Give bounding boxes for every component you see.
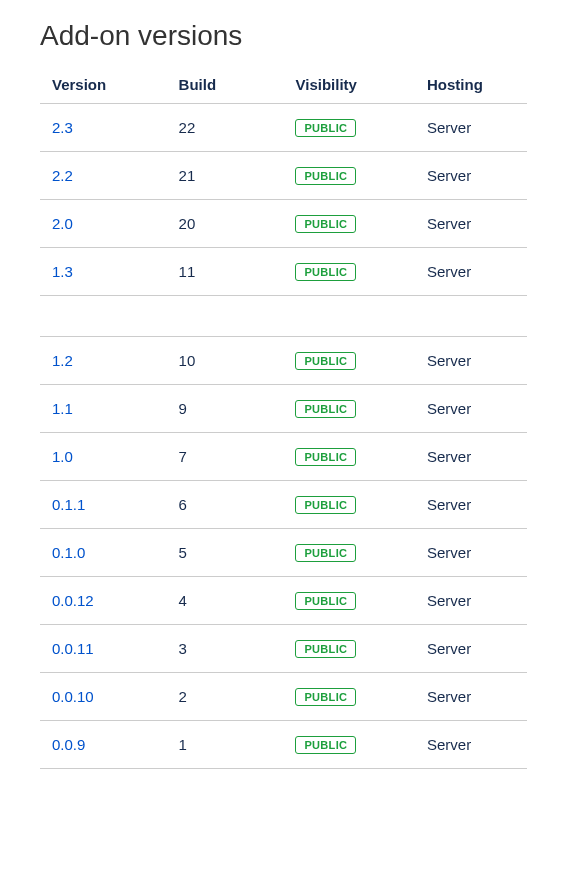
table-row: 0.1.16PUBLICServer xyxy=(40,480,527,528)
version-link[interactable]: 1.1 xyxy=(52,400,73,417)
header-build: Build xyxy=(167,68,284,104)
versions-table: Version Build Visibility Hosting 2.322PU… xyxy=(40,68,527,769)
visibility-badge: PUBLIC xyxy=(295,640,356,658)
visibility-badge: PUBLIC xyxy=(295,215,356,233)
hosting-cell: Server xyxy=(415,248,527,296)
hosting-cell: Server xyxy=(415,104,527,152)
version-link[interactable]: 0.1.1 xyxy=(52,496,85,513)
build-cell: 2 xyxy=(167,672,284,720)
version-link[interactable]: 1.0 xyxy=(52,448,73,465)
visibility-badge: PUBLIC xyxy=(295,352,356,370)
build-cell: 10 xyxy=(167,336,284,384)
table-row: 1.210PUBLICServer xyxy=(40,336,527,384)
build-cell: 1 xyxy=(167,720,284,768)
version-link[interactable]: 1.3 xyxy=(52,263,73,280)
build-cell: 6 xyxy=(167,480,284,528)
build-cell: 4 xyxy=(167,576,284,624)
table-row: 0.0.124PUBLICServer xyxy=(40,576,527,624)
version-link[interactable]: 1.2 xyxy=(52,352,73,369)
table-row: 1.19PUBLICServer xyxy=(40,384,527,432)
table-row: 1.07PUBLICServer xyxy=(40,432,527,480)
build-cell: 22 xyxy=(167,104,284,152)
build-cell: 21 xyxy=(167,152,284,200)
table-row: 0.1.05PUBLICServer xyxy=(40,528,527,576)
version-link[interactable]: 2.0 xyxy=(52,215,73,232)
hosting-cell: Server xyxy=(415,432,527,480)
table-row: 0.0.113PUBLICServer xyxy=(40,624,527,672)
hosting-cell: Server xyxy=(415,528,527,576)
visibility-badge: PUBLIC xyxy=(295,400,356,418)
table-header-row: Version Build Visibility Hosting xyxy=(40,68,527,104)
visibility-badge: PUBLIC xyxy=(295,119,356,137)
table-row: 2.020PUBLICServer xyxy=(40,200,527,248)
hosting-cell: Server xyxy=(415,480,527,528)
table-row: 0.0.102PUBLICServer xyxy=(40,672,527,720)
hosting-cell: Server xyxy=(415,576,527,624)
build-cell: 3 xyxy=(167,624,284,672)
version-link[interactable]: 0.0.10 xyxy=(52,688,94,705)
build-cell: 11 xyxy=(167,248,284,296)
build-cell: 20 xyxy=(167,200,284,248)
header-version: Version xyxy=(40,68,167,104)
table-row: 0.0.91PUBLICServer xyxy=(40,720,527,768)
hosting-cell: Server xyxy=(415,384,527,432)
hosting-cell: Server xyxy=(415,200,527,248)
visibility-badge: PUBLIC xyxy=(295,688,356,706)
hosting-cell: Server xyxy=(415,672,527,720)
table-row: 2.221PUBLICServer xyxy=(40,152,527,200)
visibility-badge: PUBLIC xyxy=(295,736,356,754)
group-gap xyxy=(40,296,527,336)
build-cell: 5 xyxy=(167,528,284,576)
hosting-cell: Server xyxy=(415,720,527,768)
version-link[interactable]: 0.0.12 xyxy=(52,592,94,609)
hosting-cell: Server xyxy=(415,336,527,384)
page-title: Add-on versions xyxy=(40,20,527,52)
hosting-cell: Server xyxy=(415,152,527,200)
visibility-badge: PUBLIC xyxy=(295,496,356,514)
table-row: 2.322PUBLICServer xyxy=(40,104,527,152)
version-link[interactable]: 0.0.11 xyxy=(52,640,94,657)
visibility-badge: PUBLIC xyxy=(295,263,356,281)
visibility-badge: PUBLIC xyxy=(295,592,356,610)
version-link[interactable]: 0.1.0 xyxy=(52,544,85,561)
version-link[interactable]: 2.2 xyxy=(52,167,73,184)
visibility-badge: PUBLIC xyxy=(295,167,356,185)
version-link[interactable]: 2.3 xyxy=(52,119,73,136)
header-visibility: Visibility xyxy=(283,68,414,104)
header-hosting: Hosting xyxy=(415,68,527,104)
build-cell: 9 xyxy=(167,384,284,432)
visibility-badge: PUBLIC xyxy=(295,448,356,466)
hosting-cell: Server xyxy=(415,624,527,672)
table-row: 1.311PUBLICServer xyxy=(40,248,527,296)
visibility-badge: PUBLIC xyxy=(295,544,356,562)
version-link[interactable]: 0.0.9 xyxy=(52,736,85,753)
build-cell: 7 xyxy=(167,432,284,480)
